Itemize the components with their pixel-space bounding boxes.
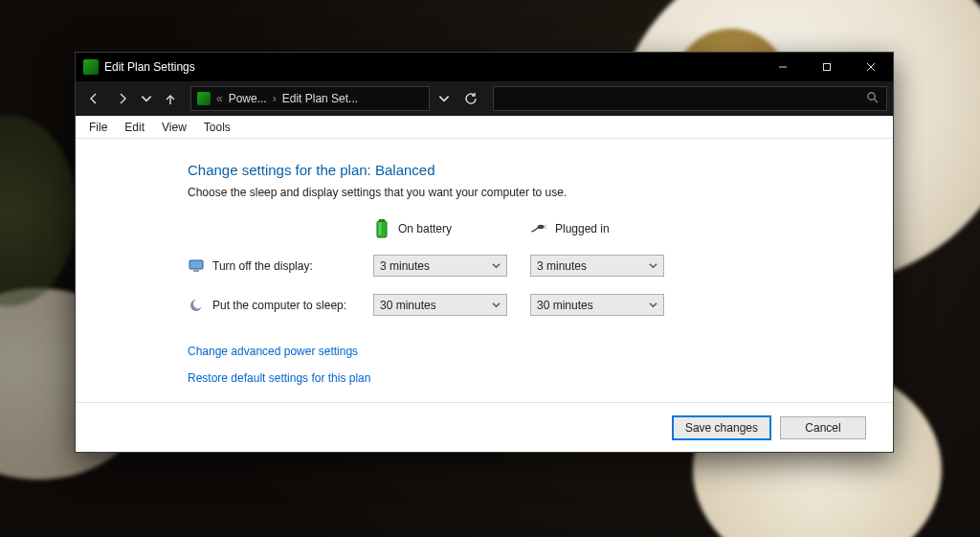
chevron-down-icon xyxy=(649,259,657,273)
column-header-battery-label: On battery xyxy=(398,222,452,235)
up-button[interactable] xyxy=(158,86,183,111)
breadcrumb-item[interactable]: Edit Plan Set... xyxy=(282,92,358,105)
page-heading: Change settings for the plan: Balanced xyxy=(188,162,781,178)
column-header-battery: On battery xyxy=(373,220,517,237)
search-box[interactable] xyxy=(493,86,887,111)
link-restore-defaults[interactable]: Restore default settings for this plan xyxy=(188,371,781,385)
breadcrumb-item[interactable]: Powe... xyxy=(229,92,267,105)
chevron-down-icon xyxy=(492,259,501,273)
menu-file[interactable]: File xyxy=(81,119,115,136)
control-panel-icon xyxy=(197,92,211,105)
search-icon xyxy=(866,91,879,106)
display-plugged-select[interactable]: 3 minutes xyxy=(530,255,664,277)
back-button[interactable] xyxy=(81,86,106,111)
svg-line-6 xyxy=(874,99,878,102)
window-title: Edit Plan Settings xyxy=(104,60,195,74)
battery-icon xyxy=(373,220,390,237)
minimize-button[interactable] xyxy=(761,53,805,81)
maximize-button[interactable] xyxy=(805,53,849,81)
save-button[interactable]: Save changes xyxy=(673,416,770,439)
svg-rect-13 xyxy=(189,260,203,269)
plug-icon xyxy=(530,220,547,237)
display-battery-value: 3 minutes xyxy=(380,259,430,273)
row-display-label: Turn off the display: xyxy=(188,257,360,275)
chevron-down-icon xyxy=(492,299,501,312)
menubar: File Edit View Tools xyxy=(76,116,893,139)
search-input[interactable] xyxy=(501,92,866,105)
menu-tools[interactable]: Tools xyxy=(196,119,238,136)
row-sleep-text: Put the computer to sleep: xyxy=(212,299,346,312)
display-battery-select[interactable]: 3 minutes xyxy=(373,255,507,277)
recent-locations-button[interactable] xyxy=(139,86,154,111)
sleep-plugged-value: 30 minutes xyxy=(537,299,593,312)
svg-line-11 xyxy=(544,226,546,227)
refresh-button[interactable] xyxy=(458,86,483,111)
cancel-button[interactable]: Cancel xyxy=(780,416,866,439)
svg-line-12 xyxy=(544,228,546,229)
menu-edit[interactable]: Edit xyxy=(117,119,152,136)
monitor-icon xyxy=(188,257,205,275)
svg-rect-1 xyxy=(824,64,831,71)
breadcrumb-prefix: « xyxy=(216,92,223,105)
chevron-right-icon: › xyxy=(273,92,277,105)
close-button[interactable] xyxy=(849,53,893,81)
link-advanced-power-settings[interactable]: Change advanced power settings xyxy=(188,345,781,358)
chevron-down-icon xyxy=(649,299,657,312)
settings-grid: On battery Plugged in Turn off the displ… xyxy=(188,220,781,316)
row-display-text: Turn off the display: xyxy=(212,259,313,273)
column-header-plugged: Plugged in xyxy=(530,220,674,237)
column-header-plugged-label: Plugged in xyxy=(555,222,610,235)
row-sleep-label: Put the computer to sleep: xyxy=(188,297,360,314)
sleep-battery-value: 30 minutes xyxy=(380,299,436,312)
app-icon xyxy=(83,59,99,75)
svg-rect-14 xyxy=(193,270,199,272)
svg-rect-9 xyxy=(379,223,382,235)
links: Change advanced power settings Restore d… xyxy=(188,345,781,385)
display-plugged-value: 3 minutes xyxy=(537,259,587,273)
address-bar[interactable]: « Powe... › Edit Plan Set... xyxy=(190,86,430,111)
window: Edit Plan Settings « Powe... › xyxy=(75,52,894,453)
sleep-plugged-select[interactable]: 30 minutes xyxy=(530,294,664,316)
content: Change settings for the plan: Balanced C… xyxy=(76,139,893,402)
moon-icon xyxy=(188,297,205,314)
page-subtext: Choose the sleep and display settings th… xyxy=(188,186,781,199)
menu-view[interactable]: View xyxy=(154,119,194,136)
navbar: « Powe... › Edit Plan Set... xyxy=(76,81,893,116)
footer: Save changes Cancel xyxy=(76,402,893,452)
forward-button[interactable] xyxy=(110,86,135,111)
svg-point-5 xyxy=(868,93,875,100)
address-dropdown-button[interactable] xyxy=(434,86,455,111)
titlebar: Edit Plan Settings xyxy=(76,53,893,81)
sleep-battery-select[interactable]: 30 minutes xyxy=(373,294,507,316)
svg-point-16 xyxy=(193,299,203,308)
svg-point-10 xyxy=(538,225,545,229)
